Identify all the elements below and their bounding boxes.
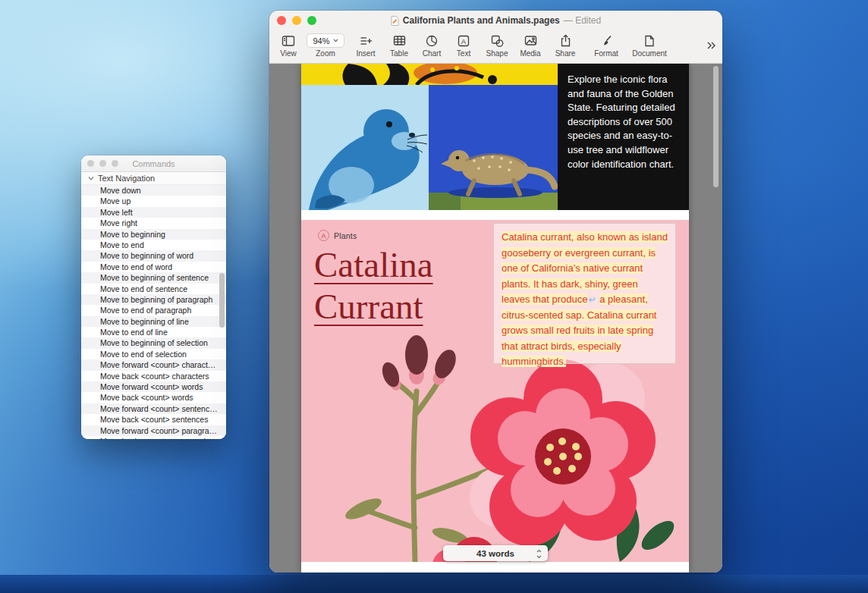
pages-toolbar: View 94% Zoom Insert Table: [269, 30, 722, 64]
command-item[interactable]: Move to end of word: [81, 262, 226, 272]
command-item[interactable]: Move to end of paragraph: [81, 305, 226, 315]
command-item[interactable]: Move back <count> characters: [81, 371, 226, 381]
zoom-value: 94%: [313, 36, 329, 45]
document-canvas: Explore the iconic flora and fauna of th…: [269, 64, 722, 573]
insertion-marker: ↵: [587, 294, 596, 305]
media-icon: [524, 33, 537, 48]
commands-panel: Commands Text Navigation Move downMove u…: [81, 155, 226, 439]
desktop: Commands Text Navigation Move downMove u…: [0, 0, 868, 593]
butterfly-image-strip: [301, 64, 558, 85]
toolbar-overflow-button[interactable]: [706, 39, 716, 53]
chevron-down-icon: [88, 177, 94, 180]
pages-titlebar: California Plants and Animals.pages — Ed…: [269, 11, 722, 30]
intro-text-block[interactable]: Explore the iconic flora and fauna of th…: [558, 64, 689, 210]
command-item[interactable]: Move up: [81, 196, 226, 206]
plants-label: Plants: [334, 231, 357, 240]
view-icon: [281, 33, 295, 48]
command-item[interactable]: Move to beginning of selection: [81, 337, 226, 348]
insert-button[interactable]: Insert: [349, 33, 382, 58]
command-item[interactable]: Move to beginning: [81, 229, 226, 240]
command-item[interactable]: Move to end of selection: [81, 349, 226, 359]
insert-icon: [360, 33, 373, 48]
share-button[interactable]: Share: [549, 33, 582, 58]
command-item[interactable]: Move right: [81, 218, 226, 228]
word-count-control[interactable]: 43 words: [443, 545, 548, 561]
command-item[interactable]: Move forward <count> sentenc…: [81, 403, 226, 414]
double-chevron-right-icon: [706, 41, 716, 50]
document-page: Explore the iconic flora and fauna of th…: [301, 64, 689, 573]
window-edited-status: — Edited: [564, 15, 601, 26]
text-button[interactable]: A Text: [447, 33, 480, 58]
document-file-icon: [391, 16, 399, 26]
media-button[interactable]: Media: [514, 33, 547, 58]
chevron-down-icon: [333, 39, 338, 42]
command-item[interactable]: Move to beginning of paragraph: [81, 294, 226, 305]
lizard-image: [429, 85, 558, 210]
lizard-illustration: [429, 85, 558, 210]
pages-window: California Plants and Animals.pages — Ed…: [269, 11, 722, 573]
document-button[interactable]: Document: [627, 33, 672, 58]
close-window-dot[interactable]: [87, 160, 94, 167]
fullscreen-button[interactable]: [307, 16, 316, 25]
zoom-window-dot[interactable]: [112, 160, 118, 167]
plants-badge: A: [318, 230, 329, 241]
butterfly-illustration: [301, 64, 558, 85]
command-item[interactable]: Move to end of sentence: [81, 284, 226, 294]
command-item[interactable]: Move forward <count> paragra…: [81, 425, 226, 436]
window-title: California Plants and Animals.pages: [403, 15, 560, 26]
plants-section: A Plants Catalina Currant Catalina curra…: [301, 220, 689, 562]
document-icon: [644, 33, 655, 48]
close-button[interactable]: [277, 16, 286, 25]
command-item[interactable]: Move to end of line: [81, 327, 226, 337]
command-item[interactable]: Move forward <count> words: [81, 381, 226, 392]
heading-line-1: Catalina: [314, 244, 433, 286]
command-item[interactable]: Move to beginning of word: [81, 250, 226, 261]
command-item[interactable]: Move back <count> paragraphs: [81, 436, 226, 439]
text-icon: A: [458, 33, 470, 48]
format-brush-icon: [600, 33, 612, 48]
word-count-stepper-icon[interactable]: [536, 548, 542, 562]
format-button[interactable]: Format: [590, 33, 623, 58]
body-text-box[interactable]: Catalina currant, also known as island g…: [493, 223, 676, 364]
commands-list: Move downMove upMove leftMove rightMove …: [81, 185, 226, 439]
seal-image: [301, 85, 429, 210]
commands-titlebar: Commands: [81, 155, 226, 172]
table-button[interactable]: Table: [382, 33, 416, 58]
chart-button[interactable]: Chart: [415, 33, 448, 58]
shape-icon: [491, 33, 504, 48]
command-item[interactable]: Move down: [81, 185, 226, 196]
shape-button[interactable]: Shape: [480, 33, 514, 58]
minimize-button[interactable]: [292, 16, 301, 25]
command-item[interactable]: Move back <count> sentences: [81, 414, 226, 425]
zoom-control[interactable]: 94% Zoom: [304, 33, 347, 58]
command-item[interactable]: Move to end: [81, 240, 226, 250]
section-label: Text Navigation: [98, 174, 155, 183]
section-text-navigation[interactable]: Text Navigation: [81, 172, 226, 185]
command-item[interactable]: Move to beginning of line: [81, 316, 226, 327]
chart-icon: [426, 33, 438, 48]
plants-tag: A Plants: [318, 230, 357, 241]
command-item[interactable]: Move to beginning of sentence: [81, 272, 226, 283]
command-item[interactable]: Move left: [81, 207, 226, 218]
command-item[interactable]: Move forward <count> charact…: [81, 359, 226, 370]
seal-illustration: [301, 85, 429, 210]
minimize-window-dot[interactable]: [99, 160, 106, 167]
command-item[interactable]: Move back <count> words: [81, 392, 226, 403]
heading-line-2: Currant: [314, 286, 433, 328]
table-icon: [393, 33, 406, 48]
desktop-bottom-band: [0, 575, 868, 593]
commands-scrollbar-thumb[interactable]: [219, 273, 225, 328]
view-button[interactable]: View: [272, 33, 305, 58]
word-count-value: 43 words: [476, 549, 514, 558]
svg-text:A: A: [461, 36, 467, 45]
document-scrollbar-thumb[interactable]: [713, 66, 719, 187]
share-icon: [560, 33, 571, 48]
section-heading: Catalina Currant: [314, 244, 433, 328]
